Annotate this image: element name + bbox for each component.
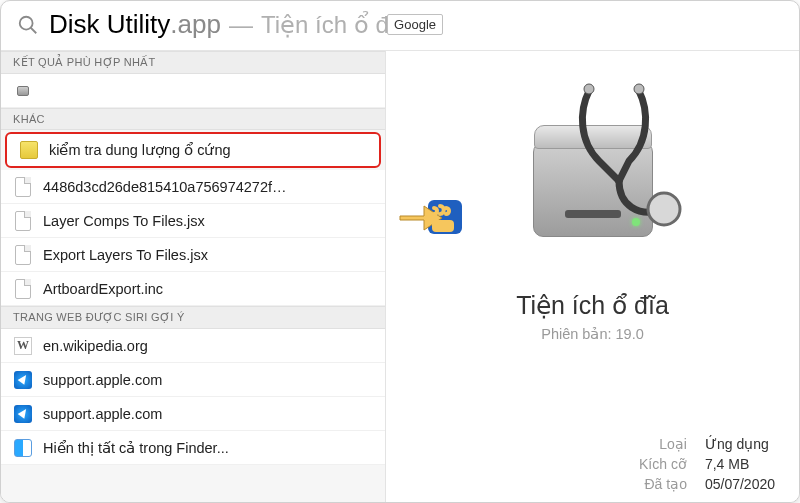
search-icon [17, 14, 39, 36]
results-list: KẾT QUẢ PHÙ HỢP NHẤT Tiện ích ổ đĩa KHÁC… [1, 51, 386, 502]
meta-kind-key: Loại [639, 436, 687, 452]
result-label: Hiển thị tất cả trong Finder... [43, 440, 229, 456]
result-siri-1[interactable]: support.apple.com [1, 363, 385, 397]
safari-icon [13, 404, 33, 424]
result-label: support.apple.com [43, 372, 162, 388]
result-other-4[interactable]: ArtboardExport.inc [1, 272, 385, 306]
result-label: support.apple.com [43, 406, 162, 422]
result-label: kiểm tra dung lượng ổ cứng [49, 142, 231, 158]
pointer-hand-icon [394, 190, 464, 246]
section-header-other: KHÁC [1, 108, 385, 130]
search-query-dash: — [229, 11, 253, 39]
stethoscope-icon [569, 81, 689, 231]
search-bar[interactable]: Disk Utility .app — Tiện ích ổ đ Google [1, 1, 799, 51]
file-icon [13, 177, 33, 197]
disk-utility-large-icon [503, 87, 683, 267]
svg-point-4 [634, 84, 644, 94]
file-icon [13, 245, 33, 265]
result-label: Tiện ích ổ đĩa [43, 83, 132, 99]
safari-icon [13, 370, 33, 390]
disk-utility-icon [13, 81, 33, 101]
svg-point-2 [648, 193, 680, 225]
result-other-3[interactable]: Export Layers To Files.jsx [1, 238, 385, 272]
result-siri-2[interactable]: support.apple.com [1, 397, 385, 431]
svg-point-0 [20, 16, 33, 29]
result-label: ArtboardExport.inc [43, 281, 163, 297]
note-icon [19, 140, 39, 160]
result-siri-0[interactable]: W en.wikipedia.org [1, 329, 385, 363]
meta-size-key: Kích cỡ [639, 456, 687, 472]
search-query-desc: Tiện ích ổ đ [261, 11, 389, 39]
svg-line-1 [31, 27, 37, 33]
result-label: Layer Comps To Files.jsx [43, 213, 205, 229]
meta-created-val: 05/07/2020 [705, 476, 775, 492]
result-label: Export Layers To Files.jsx [43, 247, 208, 263]
meta-size-val: 7,4 MB [705, 456, 775, 472]
result-other-2[interactable]: Layer Comps To Files.jsx [1, 204, 385, 238]
file-icon [13, 279, 33, 299]
meta-created-key: Đã tạo [639, 476, 687, 492]
preview-title: Tiện ích ổ đĩa [516, 291, 669, 320]
results-body: KẾT QUẢ PHÙ HỢP NHẤT Tiện ích ổ đĩa KHÁC… [1, 51, 799, 502]
show-all-in-finder[interactable]: Hiển thị tất cả trong Finder... [1, 431, 385, 465]
result-other-0[interactable]: kiểm tra dung lượng ổ cứng [5, 132, 381, 168]
section-header-top-hit: KẾT QUẢ PHÙ HỢP NHẤT [1, 51, 385, 74]
spotlight-window: Disk Utility .app — Tiện ích ổ đ Google … [0, 0, 800, 503]
result-label: en.wikipedia.org [43, 338, 148, 354]
file-icon [13, 211, 33, 231]
result-other-1[interactable]: 4486d3cd26de815410a756974272f… [1, 170, 385, 204]
svg-rect-6 [432, 220, 454, 232]
wikipedia-icon: W [13, 336, 33, 356]
meta-kind-val: Ứng dụng [705, 436, 775, 452]
google-suggestion-badge[interactable]: Google [387, 14, 443, 35]
search-query-ext: .app [170, 9, 221, 40]
preview-subtitle: Phiên bản: 19.0 [541, 326, 644, 342]
result-label: 4486d3cd26de815410a756974272f… [43, 179, 287, 195]
preview-metadata: Loại Ứng dụng Kích cỡ 7,4 MB Đã tạo 05/0… [639, 436, 775, 492]
finder-icon [13, 438, 33, 458]
section-header-siri: TRANG WEB ĐƯỢC SIRI GỢI Ý [1, 306, 385, 329]
svg-point-3 [584, 84, 594, 94]
preview-pane: Tiện ích ổ đĩa Phiên bản: 19.0 Loại Ứng … [386, 51, 799, 502]
result-top-hit[interactable]: Tiện ích ổ đĩa [1, 74, 385, 108]
search-query-app: Disk Utility [49, 9, 170, 40]
search-query[interactable]: Disk Utility .app — Tiện ích ổ đ [49, 9, 389, 40]
